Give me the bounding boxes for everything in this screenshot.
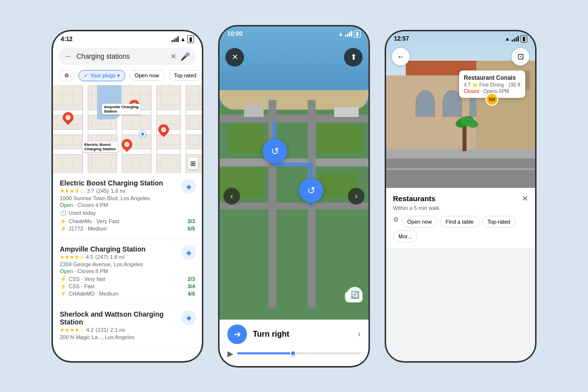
listing-item: Sherlock and Wattson Charging Station ★★… xyxy=(53,304,202,347)
find-table-filter[interactable]: Find a table xyxy=(440,216,479,228)
progress-bar xyxy=(237,352,361,354)
listing-address: 1000 Sunrise Town Blvd, Los Angeles xyxy=(60,195,195,201)
charger-row: ⚡ CSS · Very fast 2/3 xyxy=(60,276,195,282)
content-spacer xyxy=(386,248,535,361)
next-button[interactable]: › xyxy=(348,188,365,205)
nav-bottom-panel: ➜ Turn right › ▶ xyxy=(220,320,368,366)
share-button[interactable]: ⬆ xyxy=(344,48,363,67)
poi-pin: 🍽 xyxy=(486,93,498,106)
expand-button[interactable]: ⊡ xyxy=(512,48,529,66)
phone-2: 10:00 ▲ ▮ ✕ ⬆ xyxy=(218,25,370,368)
turn-arrow-2: ↺ xyxy=(299,178,323,203)
prev-button[interactable]: ‹ xyxy=(223,188,240,205)
more-filters-button[interactable]: Mor... xyxy=(393,231,417,242)
charger-count: 3/3 xyxy=(188,218,195,224)
filter-icon: ⚙ xyxy=(393,216,399,228)
listing-rating: ★★★⯨☆ 3.7 (245) 1.6 mi xyxy=(60,188,195,194)
top-rated-label: Top rated xyxy=(174,72,196,78)
charger-row: ⚡ CHAdeMO · Medium 4/6 xyxy=(60,291,195,297)
open-now-label: Open now xyxy=(135,72,159,78)
navigate-button[interactable]: ◈ xyxy=(181,310,196,325)
panel-title: Restaurants xyxy=(393,194,436,203)
filter-icon: ⚙ xyxy=(64,72,69,79)
rating-value: 3.7 xyxy=(87,188,94,194)
top-rated-filter[interactable]: Top rated xyxy=(169,70,202,81)
time-2: 10:00 xyxy=(227,30,243,37)
charger-count: 4/6 xyxy=(188,291,195,297)
distance: 1.6 mi xyxy=(111,188,125,194)
turn-icon: ➜ xyxy=(227,324,247,344)
lightning-icon: ⚡ xyxy=(60,283,67,290)
map-layers-button[interactable]: ⊞ xyxy=(188,158,198,169)
review-count: (245) xyxy=(96,188,109,194)
listing-address: 2304 George Avenue, Los Angeles xyxy=(60,261,195,267)
search-bar[interactable]: ← Charging stations ✕ 🎤 xyxy=(59,48,196,65)
mic-button[interactable]: 🎤 xyxy=(180,52,190,61)
filter-options-button[interactable]: ⚙ xyxy=(59,70,74,81)
charger-count: 3/4 xyxy=(188,283,195,289)
filter-row: ⚙ ✓ Your plugs ▾ Open now Top rated xyxy=(53,68,202,85)
listing-name: Ampville Charging Station xyxy=(60,245,195,253)
listing-item: Electric Boost Charging Station ★★★⯨☆ 3.… xyxy=(53,173,202,239)
listings-container: Electric Boost Charging Station ★★★⯨☆ 3.… xyxy=(53,173,202,361)
close-panel-button[interactable]: ✕ xyxy=(522,194,528,203)
status-bar-3: 12:57 ▲ ▮ xyxy=(386,31,535,45)
poi-tooltip: Restaurant Conais 4.7 ⭐ Fine Dining · 19… xyxy=(459,70,525,98)
battery-icon: ▮ xyxy=(520,35,527,43)
listing-item: Ampville Charging Station ★★★★½ 4.5 (247… xyxy=(53,239,202,304)
search-text: Charging stations xyxy=(76,52,167,60)
navigate-button[interactable]: ◈ xyxy=(181,245,196,260)
check-icon: ✓ xyxy=(84,72,88,79)
listing-name: Electric Boost Charging Station xyxy=(60,179,195,187)
wifi-icon: ▲ xyxy=(338,31,343,37)
instruction-text: Turn right xyxy=(253,330,352,339)
poi-rating: 4.7 ⭐ Fine Dining · 190 ft xyxy=(464,82,520,88)
time-1: 4:12 xyxy=(61,36,73,43)
review-count: (131) xyxy=(96,327,108,333)
signal-icon xyxy=(172,36,179,42)
top-rated-filter[interactable]: Top-rated xyxy=(482,216,515,228)
rating-value: 4.5 xyxy=(86,254,93,260)
wifi-icon: ▲ xyxy=(505,36,510,42)
time-3: 12:57 xyxy=(394,35,409,42)
listing-address: 200 N Magic La..., Los Angeles xyxy=(60,334,195,340)
panel-filters: ⚙ Open now Find a table Top-rated Mor... xyxy=(393,216,528,242)
wifi-icon: ▲ xyxy=(180,36,186,42)
map-label-ampville: Ampville ChargingStation xyxy=(102,104,141,115)
back-button[interactable]: ← xyxy=(65,52,73,61)
panel-subtitle: Within a 5 min walk xyxy=(393,205,528,211)
play-button[interactable]: ▶ xyxy=(227,349,233,358)
listing-rating: ★★★★½ 4.5 (247) 1.8 mi xyxy=(60,254,195,260)
lightning-icon: ⚡ xyxy=(60,218,67,225)
lightning-icon: ⚡ xyxy=(60,291,67,297)
open-now-filter[interactable]: Open now xyxy=(402,216,437,228)
listing-status: Open · Closes 8 PM xyxy=(60,268,195,274)
phone-3: 12:57 ▲ ▮ xyxy=(385,30,537,363)
compass-button[interactable]: 🔄 xyxy=(347,287,363,302)
charger-row: ⚡ CSS · Fast 3/4 xyxy=(60,283,195,290)
map-view[interactable]: ⚡ ⚡ ⚡ ⚡ Ampville ChargingStation Electri… xyxy=(53,85,202,173)
distance: 1.8 mi xyxy=(110,254,124,260)
poi-name: Restaurant Conais xyxy=(464,74,520,81)
phone-1: 4:12 ▲ ▮ ← Charging stations ✕ 🎤 ⚙ xyxy=(51,30,203,363)
open-now-filter[interactable]: Open now xyxy=(129,70,165,81)
your-plugs-label: Your plugs ▾ xyxy=(90,72,120,79)
status-bar-2: 10:00 ▲ ▮ xyxy=(220,26,368,40)
your-plugs-filter[interactable]: ✓ Your plugs ▾ xyxy=(78,70,125,81)
street-view: ← ⊡ Restaurant Conais 4.7 ⭐ Fine Dining … xyxy=(386,31,535,188)
user-location-dot xyxy=(140,132,145,137)
navigate-button[interactable]: ◈ xyxy=(181,179,196,194)
lightning-icon: ⚡ xyxy=(60,276,67,282)
close-button[interactable]: ✕ xyxy=(225,48,244,67)
review-count: (247) xyxy=(95,254,108,260)
status-icons-1: ▲ ▮ xyxy=(172,35,194,43)
clear-button[interactable]: ✕ xyxy=(171,52,176,60)
battery-icon: ▮ xyxy=(187,35,194,43)
aerial-view: 10:00 ▲ ▮ ✕ ⬆ xyxy=(220,26,368,366)
distance: 2.1 mi xyxy=(110,327,125,333)
back-button[interactable]: ← xyxy=(392,48,410,66)
listing-name: Sherlock and Wattson Charging Station xyxy=(60,310,195,326)
listing-status: Open · Closes 4 PM xyxy=(60,202,195,208)
turn-arrow-1: ↺ xyxy=(263,139,287,163)
rating-value: 4.2 xyxy=(86,327,94,333)
